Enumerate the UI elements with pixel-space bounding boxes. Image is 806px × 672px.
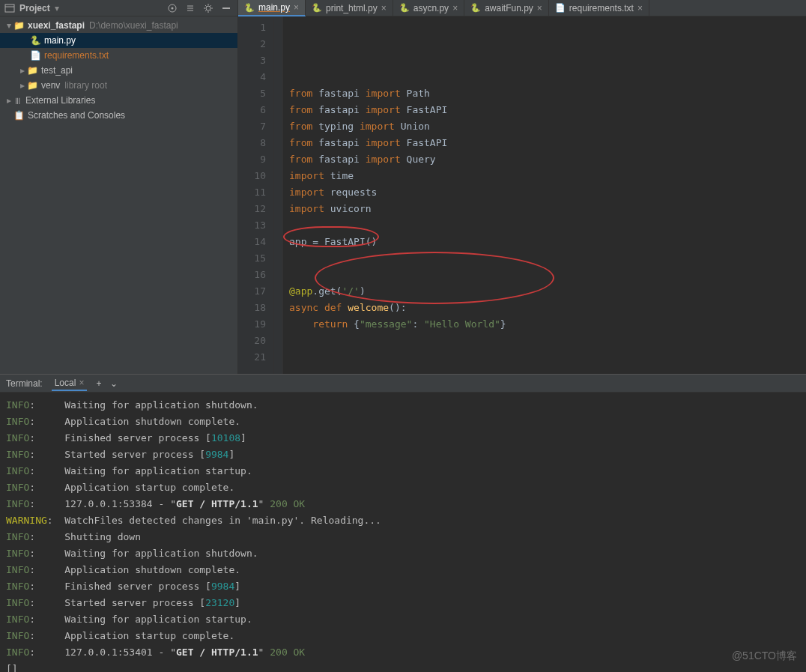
python-file-icon: 🐍 (30, 35, 41, 46)
terminal-output[interactable]: INFO: Waiting for application shutdown.I… (0, 393, 806, 672)
code-line[interactable] (289, 217, 806, 234)
code-line[interactable]: async def welcome(): (289, 300, 806, 316)
chevron-right-icon[interactable]: ▸ (4, 95, 13, 106)
code-line[interactable] (289, 267, 806, 283)
line-number-gutter[interactable]: 123456789101112131415161718192021 (238, 16, 274, 374)
code-line[interactable]: import uvicorn (289, 201, 806, 217)
terminal-line: INFO: Application shutdown complete. (6, 414, 800, 430)
code-line[interactable]: import requests (289, 184, 806, 201)
close-icon[interactable]: × (381, 3, 387, 13)
terminal-line: INFO: Waiting for application shutdown. (6, 545, 800, 562)
tab-dropdown-icon[interactable]: ⌄ (110, 378, 118, 389)
tab-label: main.py (258, 2, 290, 13)
close-icon[interactable]: × (452, 3, 458, 13)
editor-tab[interactable]: 📄requirements.txt× (549, 0, 649, 16)
terminal-line: INFO: Application startup complete. (6, 479, 800, 496)
project-view-icon (4, 3, 15, 13)
code-line[interactable]: from fastapi import FastAPI (289, 135, 806, 151)
fold-column[interactable] (274, 16, 283, 374)
code-line[interactable]: from fastapi import FastAPI (289, 102, 806, 118)
svg-rect-0 (5, 4, 14, 12)
new-tab-button[interactable]: + (96, 378, 101, 389)
tree-folder-test-api[interactable]: ▸ 📁 test_api (0, 63, 237, 78)
terminal-line: INFO: Application shutdown complete. (6, 562, 800, 578)
text-file-icon: 📄 (30, 50, 41, 61)
terminal-line: INFO: 127.0.0.1:53384 - "GET / HTTP/1.1"… (6, 496, 800, 512)
terminal-line: INFO: Finished server process [10108] (6, 430, 800, 447)
project-tool-window: Project ▾ ▾ 📁 xuexi_fastapi D:\demo\xuex… (0, 0, 238, 374)
python-file-icon: 🐍 (312, 3, 322, 13)
folder-icon: 📁 (13, 20, 25, 31)
chevron-down-icon[interactable]: ▾ (4, 20, 13, 31)
terminal-line: INFO: Started server process [23120] (6, 595, 800, 611)
tree-scratch-label: Scratches and Consoles (28, 110, 125, 121)
terminal-line: INFO: Started server process [9984] (6, 447, 800, 463)
tab-label: asycn.py (413, 3, 449, 13)
terminal-pane: Terminal: Local × + ⌄ INFO: Waiting for … (0, 374, 806, 672)
tree-folder-label: test_api (41, 65, 73, 76)
tree-ext-label: External Libraries (25, 95, 95, 106)
code-line[interactable] (289, 349, 806, 366)
code-line[interactable]: import time (289, 168, 806, 184)
code-editor[interactable]: from fastapi import Pathfrom fastapi imp… (283, 16, 806, 374)
hide-icon[interactable] (219, 1, 233, 15)
project-title[interactable]: Project (19, 3, 50, 13)
library-icon: ⫼ (13, 95, 22, 106)
terminal-line: INFO: Waiting for application startup. (6, 611, 800, 628)
tree-folder-label: venv (41, 80, 60, 91)
terminal-line: INFO: Waiting for application startup. (6, 463, 800, 479)
close-icon[interactable]: × (294, 2, 299, 13)
root-path: D:\demo\xuexi_fastapi (89, 20, 178, 31)
code-line[interactable]: app = FastAPI() (289, 234, 806, 250)
tree-file-label: main.py (44, 35, 76, 46)
editor-tab[interactable]: 🐍main.py× (238, 0, 306, 16)
tab-label: awaitFun.py (485, 3, 533, 13)
code-line[interactable]: from fastapi import Query (289, 151, 806, 168)
terminal-line: INFO: 127.0.0.1:53401 - "GET / HTTP/1.1"… (6, 644, 800, 661)
close-icon[interactable]: × (637, 3, 643, 13)
code-line[interactable] (289, 366, 806, 374)
dropdown-icon[interactable]: ▾ (55, 3, 59, 13)
terminal-tab-label: Local (55, 378, 76, 388)
terminal-line: WARNING: WatchFiles detected changes in … (6, 512, 800, 529)
close-icon[interactable]: × (537, 3, 542, 13)
tree-folder-venv[interactable]: ▸ 📁 venv library root (0, 78, 237, 93)
python-file-icon: 🐍 (470, 3, 481, 13)
folder-icon: 📁 (27, 80, 38, 91)
tree-root[interactable]: ▾ 📁 xuexi_fastapi D:\demo\xuexi_fastapi (0, 18, 237, 33)
tree-file-main[interactable]: 🐍 main.py (0, 33, 237, 48)
expand-all-icon[interactable] (184, 1, 197, 15)
watermark: @51CTO博客 (732, 650, 797, 663)
editor-tab[interactable]: 🐍asycn.py× (393, 0, 464, 16)
terminal-title: Terminal: (6, 378, 43, 389)
select-opened-file-icon[interactable] (166, 1, 179, 15)
code-line[interactable] (289, 333, 806, 349)
code-line[interactable]: from fastapi import Path (289, 85, 806, 102)
terminal-prompt[interactable]: [] (6, 661, 800, 672)
editor-tab[interactable]: 🐍awaitFun.py× (464, 0, 549, 16)
folder-icon: 📁 (27, 65, 38, 76)
chevron-right-icon[interactable]: ▸ (18, 65, 27, 76)
code-line[interactable]: return {"message": "Hello World"} (289, 316, 806, 333)
terminal-line: INFO: Application startup complete. (6, 628, 800, 644)
code-line[interactable] (289, 250, 806, 267)
tree-scratches[interactable]: 📋 Scratches and Consoles (0, 108, 237, 123)
tab-label: requirements.txt (569, 3, 634, 13)
code-line[interactable]: from typing import Union (289, 118, 806, 135)
terminal-tab-local[interactable]: Local × (52, 376, 88, 391)
code-line[interactable]: @app.get('/') (289, 283, 806, 300)
tree-external-libraries[interactable]: ▸ ⫼ External Libraries (0, 93, 237, 108)
tree-file-requirements[interactable]: 📄 requirements.txt (0, 48, 237, 63)
editor-tab[interactable]: 🐍print_html.py× (306, 0, 393, 16)
chevron-right-icon[interactable]: ▸ (18, 80, 27, 91)
svg-point-4 (206, 6, 210, 10)
gear-icon[interactable] (202, 1, 215, 15)
terminal-line: INFO: Waiting for application shutdown. (6, 397, 800, 414)
root-name: xuexi_fastapi (28, 20, 85, 31)
python-file-icon: 🐍 (399, 3, 410, 13)
close-icon[interactable]: × (79, 378, 84, 388)
project-header: Project ▾ (0, 0, 237, 16)
terminal-header: Terminal: Local × + ⌄ (0, 375, 806, 393)
svg-point-3 (172, 7, 174, 9)
project-tree: ▾ 📁 xuexi_fastapi D:\demo\xuexi_fastapi … (0, 16, 237, 123)
